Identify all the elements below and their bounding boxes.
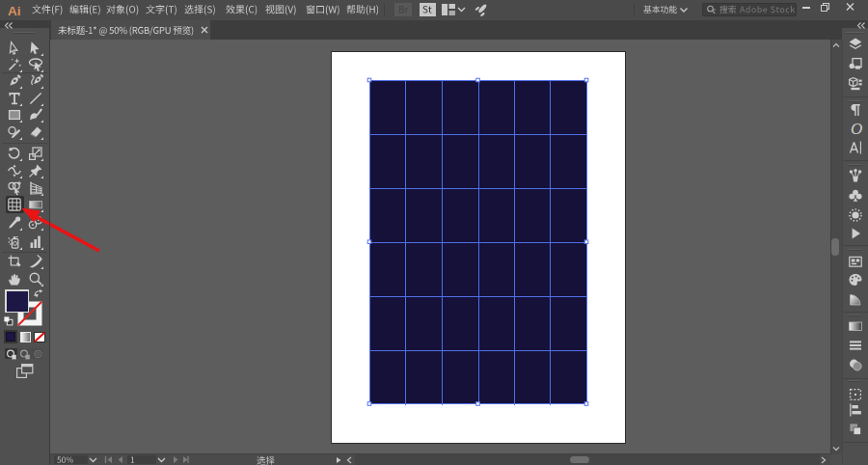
svg-text:Ai: Ai [8,4,21,18]
svg-text:O: O [851,122,862,137]
